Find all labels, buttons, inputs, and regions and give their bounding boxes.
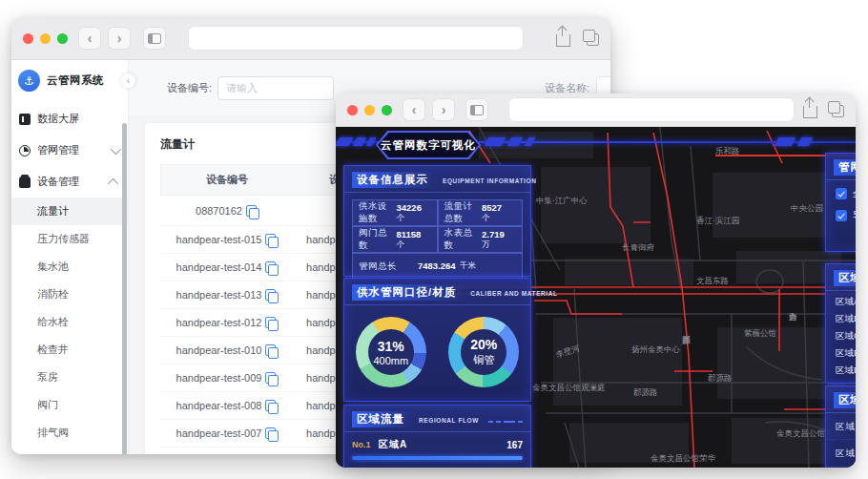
sidebar-subitem-outlet[interactable]: 出水口 [11,447,128,454]
pipe-layers-panel: 管网图层 全选 导入 [825,153,856,252]
copy-icon[interactable] [265,317,276,328]
checkbox-checked-icon[interactable] [836,188,847,199]
sidebar-subitem-valve[interactable]: 阀门 [11,391,128,419]
device-code: handpear-test-012 [176,317,262,328]
checkbox-checked-icon[interactable] [836,210,847,221]
sidebar-toggle-button[interactable] [465,98,488,121]
stat-label: 流量计总数 [439,200,483,225]
back-button[interactable]: ‹ [78,27,101,50]
maximize-window-icon[interactable] [382,105,392,115]
dashboard-header: 云管网数字可视化 [336,127,856,165]
donut-label: 400mm [373,355,408,366]
sidebar-toggle-button[interactable] [143,27,166,50]
sidebar-item-label: 数据大屏 [37,112,79,126]
sidebar-scrollbar[interactable] [122,123,127,454]
sidebar-item-data-screen[interactable]: 数据大屏 [11,103,128,135]
device-code-input[interactable] [217,76,334,100]
stat-flowmeter-total: 流量计总数 8527个 [438,199,524,226]
sidebar-subitem-water-tap[interactable]: 给水栓 [11,308,128,336]
stat-unit: 千米 [460,261,476,271]
legend-row[interactable]: 区域B [826,308,856,325]
address-bar[interactable] [188,26,524,51]
stat-unit: 万 [482,240,522,250]
screenshot-stage: ‹ › ⚓ 云管网系统 ‹ 数据大屏 [0,0,868,479]
panel-title-en: EQUIPMENT INFORMATION [443,177,536,184]
layer-option-select-all[interactable]: 全选 [826,180,856,202]
stat-value: 34226 [397,203,437,214]
donut-percent: 20% [470,337,497,352]
sidebar-subitem-sump[interactable]: 集水池 [11,253,128,281]
device-code: handpear-test-013 [176,289,262,301]
data-screen-icon [19,114,31,125]
minimize-window-icon[interactable] [364,105,375,115]
legend-row[interactable]: 区域C [826,325,856,343]
map-label: 金奥文昌公馆观澜庭 [532,383,606,392]
legend-row[interactable]: 区域A [826,291,856,308]
legend-row[interactable]: 区域D [826,343,856,360]
region-stats-panel: 区域统计 区域A 区域B 区域C 区域D [825,263,856,384]
flow-rank-row[interactable]: No.1 区域A 167 [344,432,530,453]
stat-value: 7483.264 [418,261,456,272]
sidebar-item-device-mgmt[interactable]: 设备管理 [11,166,128,198]
region-flow-row[interactable]: 区域D [826,467,856,468]
sidebar-subitem-flowmeter[interactable]: 流量计 [11,198,128,225]
tab-overview-icon[interactable] [587,33,599,46]
back-button[interactable]: ‹ [403,98,425,121]
map-label: 金奥文昌公馆荣华 [651,453,716,463]
close-window-icon[interactable] [23,33,33,44]
minimize-window-icon[interactable] [40,33,51,44]
panel-title-zh: 区域流量 [352,411,414,427]
region-flow-row[interactable]: 区域C [826,440,856,467]
tab-overview-icon[interactable] [832,105,844,117]
sidebar-subitem-air-valve[interactable]: 排气阀 [11,419,128,447]
copy-icon[interactable] [246,205,257,217]
forward-button[interactable]: › [432,98,455,121]
title-deco-dashes [488,421,523,423]
share-icon[interactable] [803,106,817,118]
sidebar-collapse-button[interactable]: ‹ [121,73,135,88]
sidebar-item-label: 管网管理 [37,143,79,157]
copy-icon[interactable] [265,400,276,411]
layer-option-import[interactable]: 导入 [826,202,856,224]
map-label: 长青御府 [622,242,655,252]
material-donut-chart[interactable]: 20% 铜管 [448,317,519,387]
app-logo: ⚓ [18,70,40,92]
stat-label: 管网总长 [353,254,418,279]
sidebar-pane-icon [148,33,161,44]
sidebar-item-label: 设备管理 [37,175,79,189]
sidebar-subitem-inspection-well[interactable]: 检查井 [11,336,128,364]
device-code: handpear-test-009 [176,372,262,384]
flow-rank-row[interactable]: No.2 区域C 123 [344,462,530,468]
copy-icon[interactable] [265,344,276,356]
back-icon: ‹ [88,31,93,46]
sidebar-subitem-hydrant[interactable]: 消防栓 [11,281,128,308]
checkbox-label: 导入 [853,209,856,222]
stat-unit: 个 [482,214,522,223]
flow-progress-bar [352,456,523,460]
copy-icon[interactable] [265,289,276,301]
maximize-window-icon[interactable] [57,33,68,44]
header-deco [797,137,814,146]
stat-unit: 个 [397,240,437,250]
share-icon[interactable] [556,34,570,47]
copy-icon[interactable] [265,427,276,439]
copy-icon[interactable] [265,234,276,245]
address-bar[interactable] [508,97,795,122]
close-window-icon[interactable] [347,105,358,115]
pipe-mgmt-icon [19,145,31,156]
stat-water-facilities: 供水设施数 34226个 [352,199,438,226]
region-flow-row[interactable]: 区域B [826,413,856,440]
caliber-donut-chart[interactable]: 31% 400mm [356,317,426,387]
header-deco [336,137,353,146]
legend-row[interactable]: 区域E [826,360,856,377]
forward-button[interactable]: › [108,27,131,50]
back-browser-chrome: ‹ › [11,17,610,60]
copy-icon[interactable] [265,372,276,384]
sidebar-item-pipe-mgmt[interactable]: 管网管理 [11,135,128,166]
sidebar-subitem-pump-house[interactable]: 泵房 [11,364,128,391]
sidebar-subitem-pressure-sensor[interactable]: 压力传感器 [11,225,128,253]
stat-value: 8527 [482,203,522,214]
copy-icon[interactable] [265,261,276,273]
legend-label: 区域A [836,296,856,308]
donut-label: 铜管 [473,353,494,367]
